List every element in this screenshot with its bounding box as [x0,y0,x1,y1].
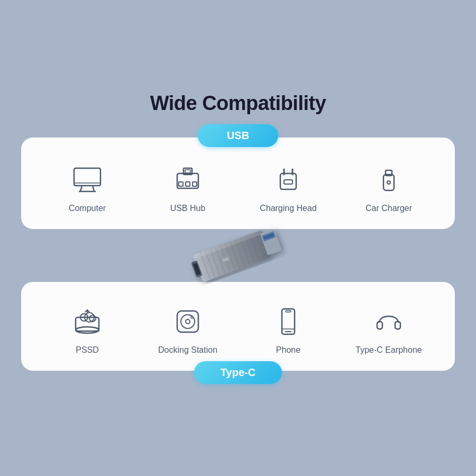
computer-icon [69,161,106,198]
svg-rect-10 [193,182,197,186]
svg-rect-52 [377,322,382,329]
device-car-charger: Car Charger [349,161,428,213]
adapter-svg: idc [180,224,296,287]
typec-card: PSSD Docking Station [21,282,455,371]
adapter-section: idc [21,229,455,282]
device-computer: Computer [48,161,127,213]
main-container: Wide Compatibility USB Computer [21,92,455,384]
svg-rect-18 [193,230,272,282]
device-usb-hub: USB Hub [148,161,227,213]
car-charger-label: Car Charger [365,204,412,213]
adapter-wrapper: idc [180,224,296,287]
device-docking-station: Docking Station [148,303,227,355]
svg-point-38 [76,327,99,333]
svg-point-17 [387,181,390,184]
device-charging-head: Charging Head [249,161,328,213]
device-pssd: PSSD [48,303,127,355]
docking-station-icon [169,303,206,340]
svg-rect-48 [282,309,295,334]
svg-rect-14 [284,180,292,184]
svg-rect-53 [395,322,400,329]
charging-head-icon [270,161,307,198]
svg-point-46 [186,319,190,324]
earphone-label: Type-C Earphone [355,345,422,355]
phone-label: Phone [276,345,300,355]
svg-rect-15 [383,175,394,190]
svg-rect-8 [179,182,183,186]
device-phone: Phone [249,303,328,355]
type-c-badge: Type-C [194,361,282,384]
charging-head-label: Charging Head [260,204,317,213]
svg-rect-11 [280,173,296,189]
page-title: Wide Compatibility [150,92,326,115]
svg-rect-49 [286,310,291,312]
device-earphone: Type-C Earphone [349,303,428,355]
computer-label: Computer [69,204,106,213]
pssd-label: PSSD [76,345,99,355]
svg-line-2 [93,186,94,191]
svg-point-47 [191,316,193,318]
docking-station-label: Docking Station [158,345,217,355]
usb-badge: USB [198,124,278,147]
car-charger-icon [370,161,407,198]
svg-line-1 [80,186,82,191]
svg-rect-7 [185,170,190,173]
earphone-icon [370,303,407,340]
pssd-icon [69,303,106,340]
usb-card: Computer USB Hub [21,138,455,229]
phone-icon [270,303,307,340]
usb-hub-label: USB Hub [170,204,206,213]
usb-hub-icon [169,161,206,198]
svg-rect-9 [186,182,190,186]
